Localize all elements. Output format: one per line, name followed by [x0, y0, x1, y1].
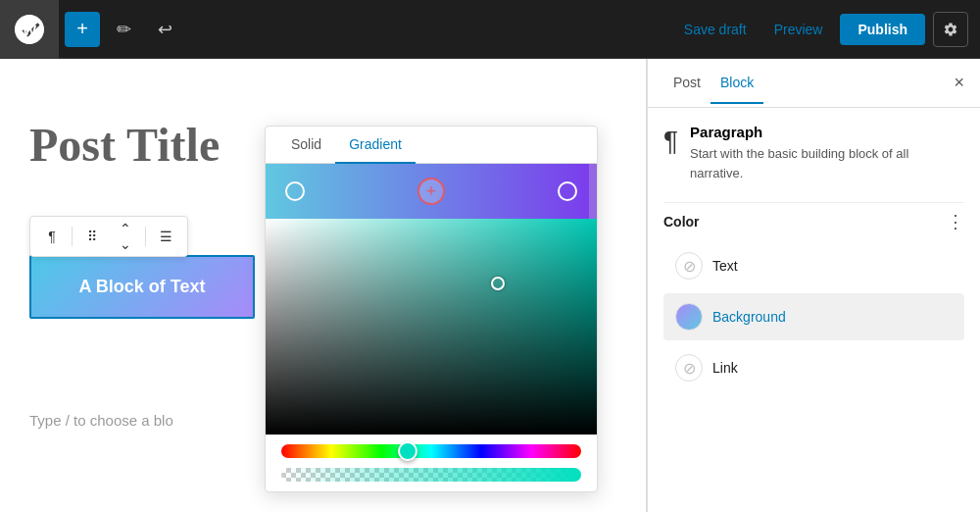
toolbar-divider [72, 227, 73, 246]
wp-logo: W [0, 0, 59, 59]
toolbar-right: Save draft Preview Publish [674, 12, 980, 47]
sidebar-tabs: Post Block × [648, 59, 980, 108]
placeholder-text: Type / to choose a blo [29, 412, 173, 429]
toolbar-left: W + ✏ ↩ [0, 0, 182, 58]
text-color-circle: ⊘ [675, 252, 703, 280]
link-color-option[interactable]: ⊘ Link [663, 344, 964, 391]
paragraph-icon: ¶ [663, 126, 678, 157]
close-sidebar-button[interactable]: × [954, 73, 964, 93]
link-color-circle: ⊘ [675, 354, 703, 382]
gradient-stop-right[interactable] [558, 181, 577, 201]
color-section-header: Color ⋮ [663, 213, 964, 230]
text-slash-icon: ⊘ [683, 257, 696, 276]
hue-slider[interactable] [281, 444, 581, 458]
svg-text:W: W [23, 22, 37, 38]
block-toolbar: ¶ ⠿ ⌃⌄ ☰ [29, 216, 188, 257]
background-color-option[interactable]: Background [663, 293, 964, 340]
solid-tab[interactable]: Solid [277, 127, 335, 164]
save-draft-button[interactable]: Save draft [674, 16, 757, 43]
align-button[interactable]: ☰ [150, 221, 181, 252]
opacity-overlay [281, 468, 581, 482]
color-more-button[interactable]: ⋮ [947, 213, 964, 230]
block-info-text: Paragraph Start with the basic building … [690, 124, 964, 182]
opacity-slider-container [266, 468, 597, 491]
undo-button[interactable]: ↩ [147, 12, 182, 47]
color-picker-overlay: Solid Gradient + [265, 126, 598, 492]
opacity-slider[interactable] [281, 468, 581, 482]
text-block[interactable]: A Block of Text [29, 255, 255, 319]
hue-handle[interactable] [398, 441, 417, 461]
sidebar-content: ¶ Paragraph Start with the basic buildin… [648, 108, 980, 512]
text-color-option[interactable]: ⊘ Text [663, 242, 964, 289]
publish-button[interactable]: Publish [840, 14, 925, 45]
drag-handle-button[interactable]: ⠿ [76, 221, 108, 252]
hue-slider-container [266, 435, 597, 468]
block-info: ¶ Paragraph Start with the basic buildin… [663, 124, 964, 182]
move-up-down-button[interactable]: ⌃⌄ [110, 221, 141, 252]
link-slash-icon: ⊘ [683, 359, 696, 378]
edit-button[interactable]: ✏ [106, 12, 141, 47]
saturation-picker[interactable] [266, 219, 597, 435]
color-section-title: Color [663, 214, 700, 230]
right-sidebar: Post Block × ¶ Paragraph Start with the … [647, 59, 980, 512]
toolbar-divider-2 [145, 227, 146, 246]
gradient-tab[interactable]: Gradient [335, 127, 416, 164]
block-description: Start with the basic building block of a… [690, 144, 964, 182]
content-area: Post Title ¶ ⠿ ⌃⌄ ☰ A Block of Text Type… [0, 59, 647, 512]
post-title[interactable]: Post Title [29, 118, 220, 172]
preview-button[interactable]: Preview [764, 16, 833, 43]
gradient-stop-left[interactable] [285, 181, 305, 201]
block-tab[interactable]: Block [710, 63, 763, 104]
picker-scroll [589, 164, 597, 219]
text-block-label: A Block of Text [78, 277, 205, 297]
background-color-circle [675, 303, 703, 331]
settings-button[interactable] [933, 12, 968, 47]
background-color-label: Background [712, 309, 786, 325]
paragraph-type-button[interactable]: ¶ [36, 221, 68, 252]
add-block-button[interactable]: + [65, 12, 100, 47]
block-name: Paragraph [690, 124, 964, 140]
picker-tabs: Solid Gradient [266, 127, 597, 164]
main-area: Post Title ¶ ⠿ ⌃⌄ ☰ A Block of Text Type… [0, 59, 980, 512]
text-color-label: Text [712, 258, 738, 274]
post-tab[interactable]: Post [663, 63, 710, 104]
gradient-stop-add[interactable]: + [417, 178, 445, 205]
top-toolbar: W + ✏ ↩ Save draft Preview Publish [0, 0, 980, 59]
gradient-bar[interactable]: + [266, 164, 597, 219]
link-color-label: Link [712, 360, 738, 376]
separator-1 [663, 202, 964, 203]
saturation-handle[interactable] [491, 277, 505, 290]
